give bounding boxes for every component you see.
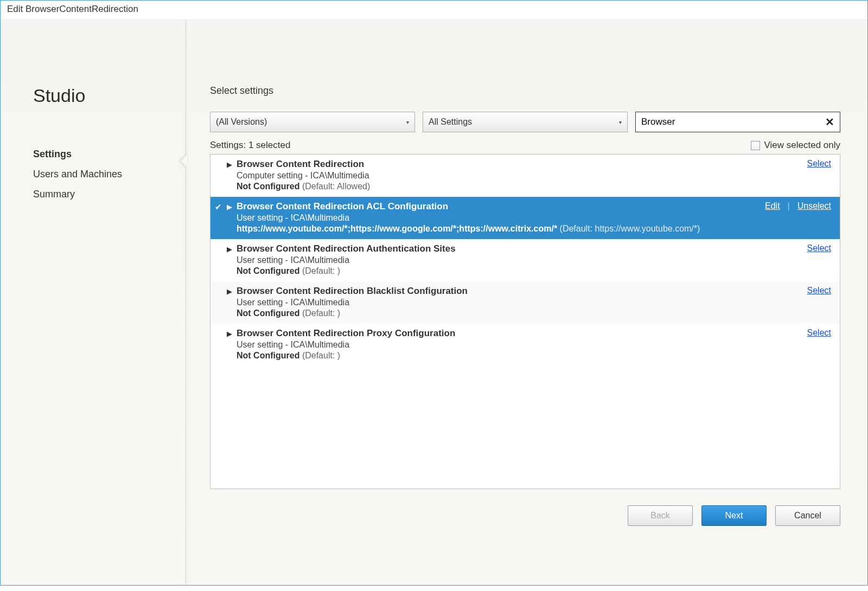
setting-title: Browser Content Redirection Proxy Config… (237, 328, 831, 339)
setting-title: Browser Content Redirection Authenticati… (237, 243, 831, 254)
dialog-window: Edit BrowserContentRedirection Studio Se… (0, 0, 868, 586)
setting-state-value: Not Configured (237, 351, 299, 360)
count-row: Settings: 1 selected View selected only (210, 140, 840, 151)
setting-state-value: Not Configured (237, 309, 299, 318)
setting-subtitle: User setting - ICA\Multimedia (237, 213, 831, 223)
search-box[interactable]: ✕ (635, 112, 840, 132)
setting-state: Not Configured (Default: Allowed) (237, 182, 831, 191)
version-filter-value: (All Versions) (216, 117, 267, 127)
select-link[interactable]: Select (807, 243, 831, 253)
sidebar-divider (185, 20, 188, 585)
setting-row[interactable]: ✔ ▶ Edit | Unselect Browser Content Redi… (210, 197, 840, 239)
sidebar-nav: Settings Users and Machines Summary (33, 144, 185, 204)
expand-icon[interactable]: ▶ (227, 330, 232, 338)
chevron-down-icon: ▾ (619, 119, 622, 125)
settings-count: Settings: 1 selected (210, 140, 290, 151)
setting-row[interactable]: ▶ Select Browser Content Redirection Bla… (210, 281, 840, 324)
expand-icon[interactable]: ▶ (227, 203, 232, 211)
action-separator: | (788, 201, 790, 211)
setting-state: Not Configured (Default: ) (237, 309, 831, 318)
footer-buttons: Back Next Cancel (210, 505, 840, 526)
filter-row: (All Versions) ▾ All Settings ▾ ✕ (210, 112, 840, 132)
category-filter-dropdown[interactable]: All Settings ▾ (423, 112, 628, 132)
view-selected-only-label: View selected only (764, 140, 841, 151)
select-link[interactable]: Select (807, 159, 831, 169)
setting-row[interactable]: ▶ Select Browser Content Redirection Com… (210, 155, 840, 197)
view-selected-only-toggle[interactable]: View selected only (751, 140, 841, 151)
version-filter-dropdown[interactable]: (All Versions) ▾ (210, 112, 415, 132)
setting-default: (Default: ) (302, 266, 340, 275)
setting-title: Browser Content Redirection (237, 159, 831, 170)
setting-row[interactable]: ▶ Select Browser Content Redirection Aut… (210, 239, 840, 281)
clear-search-icon[interactable]: ✕ (825, 115, 834, 129)
cancel-button[interactable]: Cancel (775, 505, 840, 526)
search-input[interactable] (641, 117, 825, 127)
setting-subtitle: Computer setting - ICA\Multimedia (237, 171, 831, 181)
setting-state: https://www.youtube.com/*;https://www.go… (237, 224, 831, 234)
expand-icon[interactable]: ▶ (227, 160, 232, 169)
edit-link[interactable]: Edit (765, 201, 780, 211)
settings-count-value: 1 selected (248, 140, 291, 150)
next-button[interactable]: Next (701, 505, 767, 526)
setting-subtitle: User setting - ICA\Multimedia (237, 298, 831, 307)
setting-default: (Default: https://www.youtube.com/*) (560, 224, 700, 233)
setting-subtitle: User setting - ICA\Multimedia (237, 255, 831, 265)
page-heading: Select settings (210, 85, 840, 97)
settings-list[interactable]: ▶ Select Browser Content Redirection Com… (210, 154, 840, 489)
setting-state-value: Not Configured (237, 182, 299, 191)
select-link[interactable]: Select (807, 286, 831, 295)
chevron-down-icon: ▾ (406, 119, 409, 125)
setting-default: (Default: ) (302, 309, 340, 318)
sidebar-item-summary[interactable]: Summary (33, 184, 185, 204)
setting-default: (Default: ) (302, 351, 340, 360)
setting-state: Not Configured (Default: ) (237, 351, 831, 361)
setting-row[interactable]: ▶ Select Browser Content Redirection Pro… (210, 324, 840, 366)
setting-state-value: Not Configured (237, 266, 299, 275)
window-title: Edit BrowserContentRedirection (1, 1, 867, 20)
sidebar: Studio Settings Users and Machines Summa… (1, 20, 185, 585)
setting-title: Browser Content Redirection ACL Configur… (237, 201, 831, 212)
settings-count-label: Settings: (210, 140, 246, 150)
unselect-link[interactable]: Unselect (797, 201, 831, 211)
sidebar-item-settings[interactable]: Settings (33, 144, 185, 164)
setting-state-value: https://www.youtube.com/*;https://www.go… (237, 224, 557, 233)
category-filter-value: All Settings (429, 117, 472, 127)
setting-state: Not Configured (Default: ) (237, 266, 831, 276)
check-icon: ✔ (215, 202, 222, 212)
expand-icon[interactable]: ▶ (227, 287, 232, 295)
setting-subtitle: User setting - ICA\Multimedia (237, 340, 831, 350)
brand-title: Studio (33, 85, 185, 106)
setting-default: (Default: Allowed) (302, 182, 370, 191)
select-link[interactable]: Select (807, 328, 831, 338)
expand-icon[interactable]: ▶ (227, 245, 232, 253)
setting-title: Browser Content Redirection Blacklist Co… (237, 286, 831, 297)
dialog-body: Studio Settings Users and Machines Summa… (1, 20, 867, 585)
sidebar-item-users-machines[interactable]: Users and Machines (33, 164, 185, 184)
checkbox-icon[interactable] (751, 141, 760, 150)
main-panel: Select settings (All Versions) ▾ All Set… (188, 20, 867, 585)
back-button[interactable]: Back (628, 505, 693, 526)
